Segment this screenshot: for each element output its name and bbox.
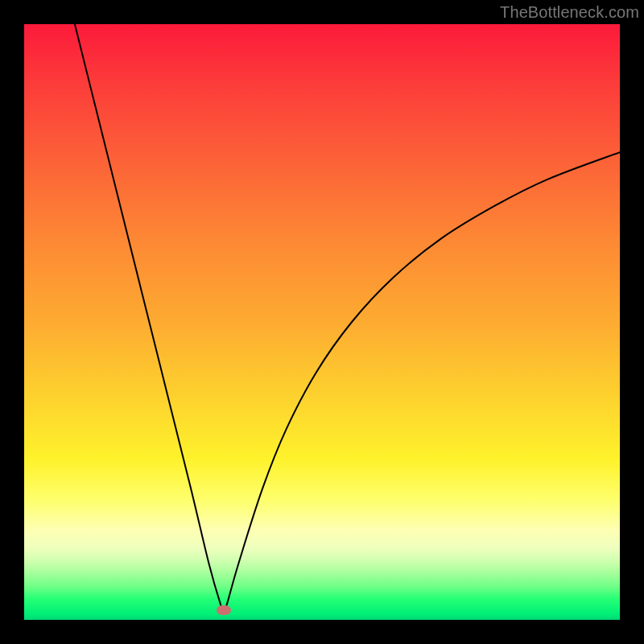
bottleneck-curve (24, 24, 620, 620)
watermark-label: TheBottleneck.com (500, 3, 639, 22)
minimum-marker (217, 605, 231, 615)
plot-area (24, 24, 620, 620)
chart-frame: TheBottleneck.com (0, 0, 644, 644)
